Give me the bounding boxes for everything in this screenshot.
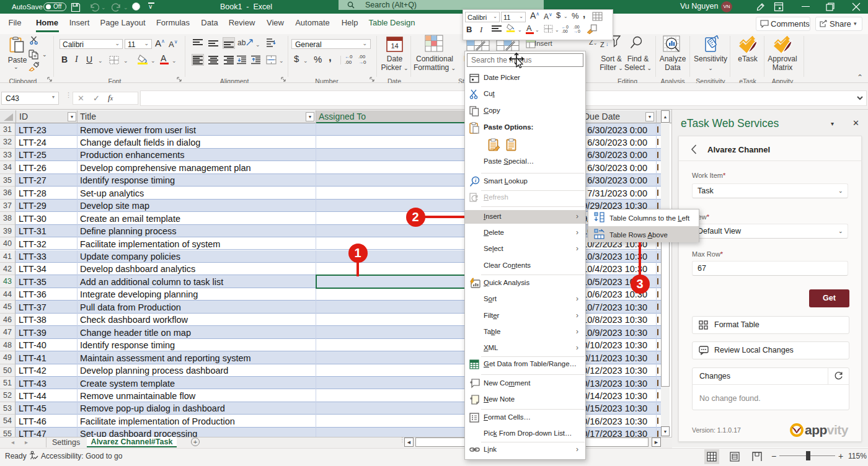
svg-text:i: i	[475, 178, 477, 183]
svg-text:14: 14	[391, 42, 398, 50]
